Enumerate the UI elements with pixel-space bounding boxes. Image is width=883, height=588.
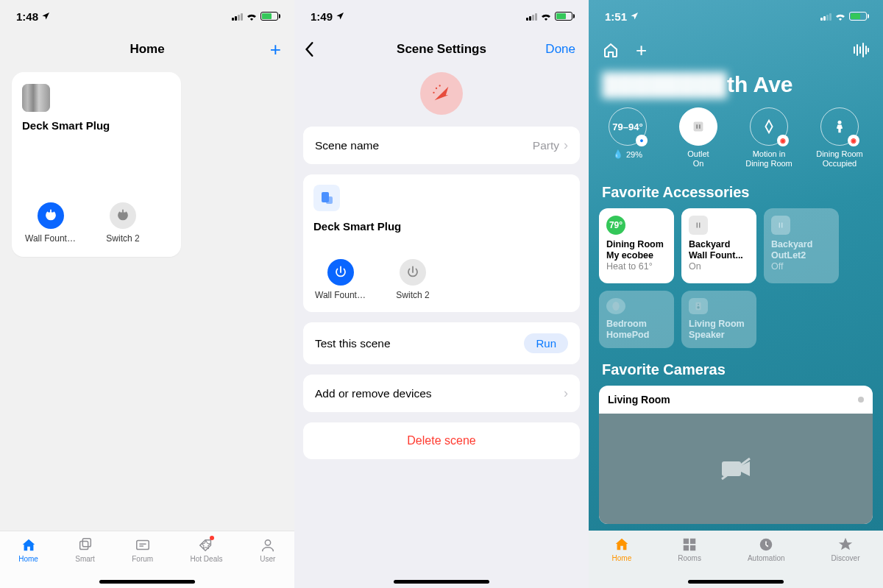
svg-rect-9: [694, 122, 703, 132]
back-button[interactable]: [305, 41, 315, 57]
outlet-icon: [679, 107, 717, 146]
status-circles: 79–94° ● 💧29% Outlet On ◉ Motion in Dini…: [589, 107, 883, 181]
camera-status-dot: [858, 397, 864, 403]
test-scene-label: Test this scene: [315, 337, 391, 350]
outlet-circle[interactable]: Outlet On: [670, 107, 727, 168]
svg-rect-15: [779, 223, 780, 228]
plug-icon: [313, 185, 340, 211]
status-time: 1:51: [605, 10, 627, 23]
circle-label: Outlet: [687, 149, 709, 158]
svg-rect-16: [781, 223, 782, 228]
favorite-accessories: 79° Dining Room My ecobee Heat to 61° Ba…: [589, 208, 883, 358]
home-icon: [614, 536, 630, 553]
location-icon: [630, 12, 639, 21]
tab-home[interactable]: Home: [18, 537, 38, 588]
done-button[interactable]: Done: [545, 42, 575, 57]
tile-device: My ecobee: [606, 250, 667, 261]
home-icon: [21, 537, 37, 553]
phone-screen-3: 1:51 + ████████th Ave 79–94° ● 💧29% Outl…: [589, 0, 883, 588]
tile-homepod[interactable]: Bedroom HomePod: [599, 291, 674, 348]
svg-point-3: [265, 540, 270, 545]
status-bar: 1:48: [0, 0, 294, 32]
scene-name-row[interactable]: Scene name Party›: [303, 127, 580, 164]
occupancy-circle[interactable]: ◉ Dining Room Occupied: [811, 107, 868, 168]
tab-home[interactable]: Home: [612, 536, 632, 588]
tile-wall-fountain[interactable]: Backyard Wall Fount... On: [681, 208, 756, 283]
add-button[interactable]: +: [270, 38, 281, 61]
svg-rect-24: [690, 539, 695, 544]
camera-preview: [599, 414, 873, 524]
wifi-icon: [834, 12, 846, 21]
run-button[interactable]: Run: [524, 333, 568, 353]
motion-circle[interactable]: ◉ Motion in Dining Room: [740, 107, 798, 168]
switch-2[interactable]: Switch 2: [387, 259, 439, 300]
tab-label: Home: [18, 555, 38, 563]
device-title: Deck Smart Plug: [22, 119, 171, 132]
home-icon[interactable]: [602, 41, 620, 59]
power-on-icon[interactable]: [327, 259, 354, 286]
status-time: 1:49: [311, 10, 333, 23]
scene-icon[interactable]: [420, 72, 463, 115]
svg-point-17: [612, 302, 619, 311]
tile-status: On: [689, 261, 749, 272]
svg-rect-8: [326, 196, 333, 204]
tab-label: Forum: [132, 555, 153, 563]
device-card: Deck Smart Plug Wall Fountai... Switch 2: [303, 174, 580, 312]
speaker-icon: [689, 298, 708, 314]
power-off-icon[interactable]: [400, 259, 426, 286]
circle-sublabel: On: [693, 159, 704, 168]
circle-label: Motion in: [753, 149, 786, 158]
wifi-icon: [246, 12, 258, 21]
tile-room: Backyard: [771, 239, 831, 250]
svg-rect-1: [82, 539, 91, 547]
delete-scene-button[interactable]: Delete scene: [303, 422, 580, 459]
phone-screen-2: 1:49 Scene Settings Done Scene name Part…: [294, 0, 589, 588]
tab-label: Rooms: [678, 554, 701, 562]
device-card[interactable]: Deck Smart Plug Wall Fountai... Switch 2: [12, 72, 181, 257]
user-icon: [260, 537, 276, 553]
power-off-icon[interactable]: [110, 202, 136, 229]
humidity: 29%: [626, 150, 642, 159]
switch-label: Switch 2: [106, 233, 139, 244]
announce-icon[interactable]: [852, 43, 870, 57]
add-button[interactable]: +: [636, 39, 647, 62]
camera-card[interactable]: Living Room: [599, 386, 873, 524]
signal-icon: [526, 13, 537, 21]
tab-label: Discover: [831, 554, 860, 562]
svg-point-5: [439, 85, 441, 86]
scene-name-value: Party: [533, 139, 559, 152]
power-on-icon[interactable]: [38, 202, 64, 229]
tile-room: Dining Room: [606, 239, 667, 250]
svg-rect-25: [684, 545, 689, 550]
svg-point-6: [433, 92, 434, 93]
tab-discover[interactable]: Discover: [831, 536, 860, 588]
switch-wall-fountain[interactable]: Wall Fountai...: [25, 202, 77, 244]
tile-ecobee[interactable]: 79° Dining Room My ecobee Heat to 61°: [599, 208, 674, 283]
home-indicator: [99, 580, 195, 584]
svg-point-20: [698, 304, 699, 305]
svg-rect-14: [699, 223, 700, 228]
switch-2[interactable]: Switch 2: [97, 202, 149, 244]
tile-speaker[interactable]: Living Room Speaker: [681, 291, 756, 348]
add-remove-label: Add or remove devices: [315, 387, 432, 400]
svg-rect-10: [696, 124, 698, 129]
tab-user[interactable]: User: [260, 537, 276, 588]
home-indicator: [394, 580, 489, 584]
climate-circle[interactable]: 79–94° ● 💧29%: [599, 107, 656, 168]
switch-wall-fountain[interactable]: Wall Fountai...: [315, 259, 366, 300]
tile-outlet2[interactable]: Backyard OutLet2 Off: [764, 208, 839, 283]
forum-icon: [135, 537, 151, 553]
svg-point-12: [838, 121, 842, 124]
add-remove-devices-row[interactable]: Add or remove devices ›: [303, 375, 580, 412]
svg-rect-11: [699, 124, 701, 129]
status-bar: 1:49: [294, 0, 589, 32]
title-suffix: th Ave: [727, 72, 792, 96]
tab-label: Smart: [75, 555, 95, 563]
tab-label: Home: [612, 554, 632, 562]
device-title: Deck Smart Plug: [313, 220, 570, 233]
outlet-icon: [689, 216, 708, 235]
outlet-icon: [771, 216, 790, 235]
tab-smart[interactable]: Smart: [75, 537, 95, 588]
homepod-icon: [606, 298, 625, 314]
tab-hot-deals[interactable]: Hot Deals: [191, 537, 223, 588]
